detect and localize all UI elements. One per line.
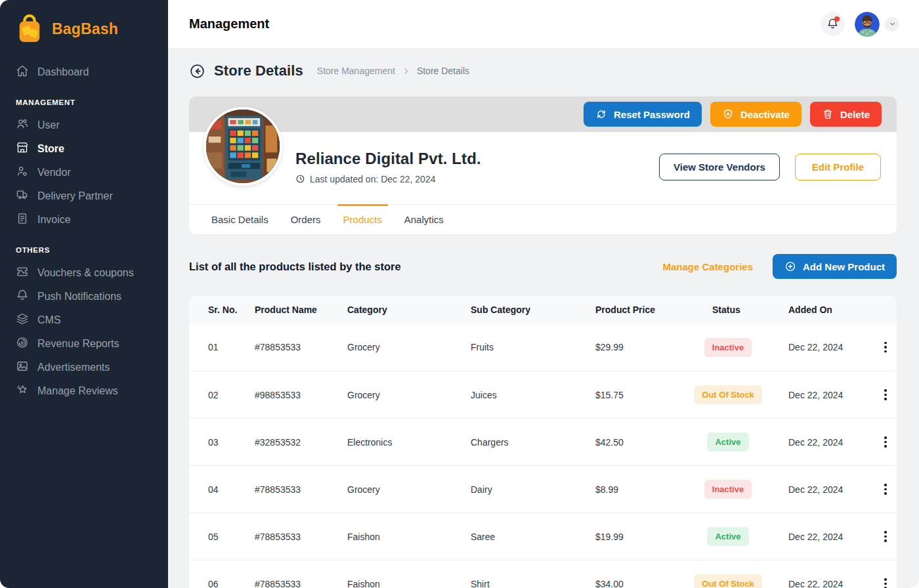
store-tab[interactable]: Orders (291, 205, 321, 234)
cell-added-on: Dec 22, 2024 (788, 437, 875, 448)
store-tab-label: Basic Details (211, 214, 268, 225)
products-heading: List of all the products listed by the s… (189, 261, 401, 273)
store-banner: Reset Password Deactivate Delete (189, 96, 897, 132)
row-actions-kebab-icon[interactable] (880, 574, 891, 588)
products-table: Sr. No.Product NameCategorySub CategoryP… (189, 296, 897, 588)
column-header: Status (712, 304, 788, 315)
sidebar-section-management: MANAGEMENT (16, 98, 152, 106)
cell-product-price: $29.99 (595, 342, 712, 352)
cell-product-price: $19.99 (595, 532, 712, 542)
reset-password-button[interactable]: Reset Password (584, 102, 702, 127)
status-badge: Active (707, 432, 748, 452)
sidebar-item-icon (16, 383, 29, 399)
add-new-product-button[interactable]: Add New Product (773, 254, 897, 279)
sidebar-item-label: Vouchers & coupons (37, 267, 134, 279)
store-tab[interactable]: Basic Details (211, 205, 268, 234)
status-badge: Active (707, 527, 748, 546)
table-body: 01 #78853533 Grocery Fruits $29.99 Inact… (189, 324, 897, 588)
sidebar-item[interactable]: Dashboard (16, 66, 152, 79)
sidebar-item-icon (16, 360, 29, 375)
topbar-title: Management (189, 16, 269, 32)
sidebar-item[interactable]: Vendor (16, 166, 152, 179)
deactivate-button[interactable]: Deactivate (710, 102, 801, 127)
row-actions-kebab-icon[interactable] (880, 480, 891, 499)
sidebar-management-group: User Store Vendor Delivery Partner Invoi… (16, 119, 152, 226)
sidebar-item[interactable]: Invoice (16, 213, 152, 226)
notifications-button[interactable] (821, 12, 845, 36)
cell-category: Grocery (347, 342, 471, 352)
cell-sub-category: Chargers (471, 437, 595, 448)
row-actions-kebab-icon[interactable] (880, 338, 891, 357)
sidebar-item-label: Revenue Reports (37, 338, 119, 350)
sidebar-item-label: Delivery Partner (37, 190, 113, 202)
row-actions-kebab-icon[interactable] (880, 432, 891, 452)
sidebar-item-icon (16, 312, 29, 328)
store-info: Reliance Digital Pvt. Ltd. Last updated … (189, 132, 897, 204)
row-actions-kebab-icon[interactable] (880, 527, 891, 546)
table-row: 02 #98853533 Grocery Juices $15.75 Out O… (189, 371, 897, 418)
page-title: Store Details (214, 62, 303, 79)
manage-categories-link[interactable]: Manage Categories (662, 261, 753, 272)
sidebar-item[interactable]: Advertisements (16, 361, 152, 374)
store-actions: View Store Vendors Edit Profile (659, 154, 881, 180)
back-button[interactable] (189, 63, 205, 79)
cell-product-name: #78853533 (255, 579, 347, 588)
store-photo (203, 107, 282, 186)
sidebar-item-label: Dashboard (37, 66, 89, 78)
sidebar-item-icon (16, 188, 29, 204)
table-row: 05 #78853533 Faishon Saree $19.99 Active… (189, 513, 897, 560)
status-badge: Out Of Stock (694, 574, 761, 588)
store-name: Reliance Digital Pvt. Ltd. (295, 150, 481, 168)
cell-sub-category: Dairy (471, 484, 595, 495)
breadcrumb-parent[interactable]: Store Management (317, 66, 395, 76)
sidebar-item[interactable]: CMS (16, 314, 152, 327)
cell-category: Electronics (347, 437, 471, 448)
sidebar-item[interactable]: Delivery Partner (16, 190, 152, 203)
chevron-right-icon (402, 67, 410, 75)
sidebar-item[interactable]: User (16, 119, 152, 132)
profile-menu (855, 12, 899, 37)
arrow-left-circle-icon (189, 63, 205, 79)
sidebar-item[interactable]: Revenue Reports (16, 337, 152, 350)
status-badge: Out Of Stock (694, 385, 761, 404)
cell-added-on: Dec 22, 2024 (788, 484, 875, 495)
main-area: Management (168, 0, 919, 588)
row-actions-kebab-icon[interactable] (880, 385, 891, 404)
store-tab[interactable]: Analytics (404, 205, 444, 234)
store-tab-label: Analytics (404, 214, 444, 225)
column-header: Sub Category (471, 304, 595, 315)
cell-sr-no: 03 (208, 437, 255, 448)
cell-product-name: #98853533 (255, 390, 347, 400)
cell-product-price: $8.99 (595, 484, 712, 495)
delete-button[interactable]: Delete (810, 102, 882, 127)
sidebar-item[interactable]: Push Notifications (16, 290, 152, 303)
column-header: Product Price (595, 304, 712, 315)
edit-profile-button[interactable]: Edit Profile (795, 154, 881, 180)
breadcrumb-current: Store Details (417, 66, 469, 76)
brand-logo: BagBash (16, 14, 152, 43)
column-header: Sr. No. (208, 304, 255, 315)
store-tab[interactable]: Products (343, 205, 382, 234)
sidebar-item[interactable]: Store (16, 142, 152, 156)
store-last-updated: Last updated on: Dec 22, 2024 (295, 174, 481, 184)
reset-password-label: Reset Password (614, 109, 690, 120)
store-tab-label: Orders (291, 214, 321, 225)
cell-category: Faishon (347, 532, 471, 542)
products-header-actions: Manage Categories Add New Product (662, 254, 897, 279)
column-header: Product Name (255, 304, 347, 315)
cell-added-on: Dec 22, 2024 (788, 342, 875, 352)
sidebar-item-icon (16, 117, 29, 133)
store-last-updated-text: Last updated on: Dec 22, 2024 (310, 174, 435, 184)
view-store-vendors-button[interactable]: View Store Vendors (659, 154, 780, 180)
sidebar-item-icon (16, 336, 29, 352)
sidebar-nav: Dashboard MANAGEMENT User Store Vendor (16, 66, 152, 398)
cell-product-name: #32853532 (255, 437, 347, 448)
table-row: 01 #78853533 Grocery Fruits $29.99 Inact… (189, 324, 897, 371)
cell-sr-no: 04 (208, 484, 255, 495)
shopping-bag-logo-icon (16, 14, 43, 43)
sidebar-item-label: Manage Reviews (37, 385, 118, 397)
sidebar-item[interactable]: Manage Reviews (16, 385, 152, 398)
profile-dropdown-button[interactable] (885, 17, 899, 32)
sidebar-item[interactable]: Vouchers & coupons (16, 266, 152, 280)
user-avatar[interactable] (855, 12, 880, 37)
